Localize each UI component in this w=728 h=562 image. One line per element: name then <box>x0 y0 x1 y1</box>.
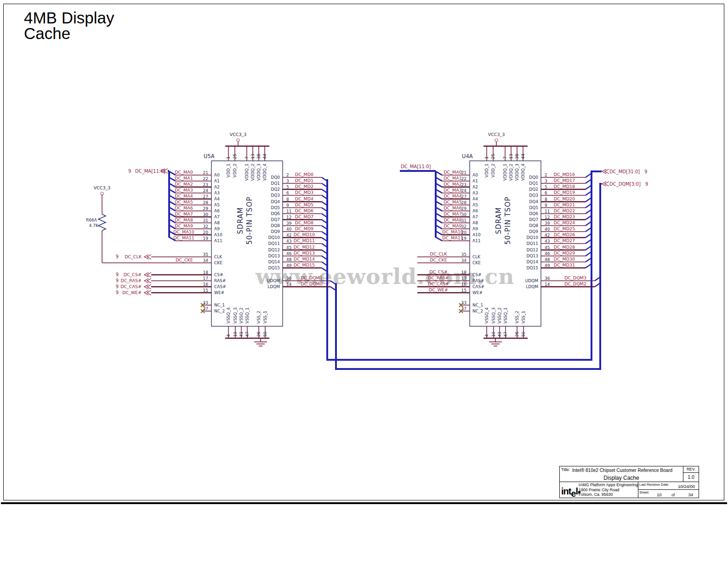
pin-name: DQ7 <box>271 217 280 222</box>
net-label: DC_CKE <box>176 257 193 262</box>
pin-number: 50 <box>263 331 267 337</box>
pin-name: WE# <box>214 290 224 295</box>
pin-name: VSSQ_2 <box>497 307 502 324</box>
resistor-value: 4.7K <box>89 223 99 228</box>
pin-number: 15 <box>461 288 466 293</box>
chip-refdes: U4A <box>462 153 473 159</box>
pin-name: A7 <box>472 215 478 219</box>
vcc-symbol <box>495 139 498 142</box>
off-page-connector-icon <box>602 182 609 186</box>
net-label: DC_MA9 <box>175 223 193 228</box>
intel-logo: intel <box>561 486 580 497</box>
pin-name: DQ12 <box>268 248 280 252</box>
pin-name: DQ13 <box>268 254 280 258</box>
chip-refdes: U5A <box>204 153 215 159</box>
pin-name: VDDQ_1 <box>245 164 249 181</box>
sheet-name: Display Cache <box>560 475 683 481</box>
pin-number: 12 <box>286 215 291 220</box>
pin-number: 29 <box>203 206 209 211</box>
net-label: DC_MD27 <box>554 238 575 243</box>
pin-name: NC_1 <box>214 303 225 307</box>
rev-value: 1.0 <box>683 473 699 480</box>
pin-number: 4 <box>484 334 489 337</box>
pin-name: A5 <box>472 203 478 207</box>
pin-name: VSS_1 <box>263 311 267 324</box>
net-label: DC_CLK <box>430 251 448 256</box>
pin-name: DQ1 <box>271 181 280 186</box>
logo-part2: e <box>571 488 575 499</box>
bus-entry <box>436 231 442 235</box>
pin-number: 45 <box>545 245 550 250</box>
vcc-symbol <box>101 192 103 195</box>
frame-tick <box>721 250 724 254</box>
pin-number: 2 <box>545 173 547 177</box>
pin-name: VDDQ_3 <box>515 164 519 181</box>
sheet-of-label: of <box>671 493 675 497</box>
pin-number: 28 <box>461 200 467 205</box>
net-label: DC_CAS# <box>428 281 449 286</box>
net-label: DC_MD16 <box>554 172 575 177</box>
pin-number: 26 <box>515 331 519 337</box>
pin-name: DQ5 <box>271 205 280 210</box>
pin-number: 42 <box>545 233 550 238</box>
pin-name: CKE <box>214 261 222 265</box>
pin-name: A3 <box>214 191 220 195</box>
net-label: DC_MA8 <box>175 217 193 222</box>
org-line1: IAMG Platform Apps Engineering <box>579 483 638 488</box>
pin-name: UDQM <box>267 278 280 283</box>
pin-name: A5 <box>214 203 220 207</box>
frame-tick <box>361 497 366 500</box>
pin-name: NC_2 <box>214 309 225 313</box>
net-label: DC_MD3 <box>295 190 313 195</box>
net-label: DC_MD18 <box>554 184 575 189</box>
pin-name: A10 <box>472 233 481 237</box>
net-label: DC_MA0 <box>444 170 461 175</box>
pin-number: 17 <box>203 276 208 281</box>
pin-name: DQ2 <box>271 187 280 192</box>
pin-name: VSSQ_1 <box>245 307 250 324</box>
pin-number: 23 <box>203 182 208 187</box>
net-label: DC_DQM3 <box>564 275 586 280</box>
net-label: DC_MD14 <box>294 256 315 261</box>
off-page-connector-icon <box>144 272 151 277</box>
pin-number: 18 <box>461 270 467 275</box>
pin-number: 48 <box>286 257 292 262</box>
page-ref: 9 <box>128 169 131 174</box>
pin-number: 43 <box>286 239 291 244</box>
net-label: DC_MD22 <box>554 208 575 213</box>
pin-name: NC_2 <box>472 309 483 313</box>
pin-name: DQ9 <box>529 229 538 234</box>
pin-number: 5 <box>545 185 547 189</box>
meta-cell: Last Revision Date: 10/24/00 Sheet: 10 o… <box>638 482 699 498</box>
page-ref: 9 <box>116 284 119 289</box>
chip-part-name: SDRAM <box>495 207 503 234</box>
pin-number: 22 <box>461 176 466 181</box>
pin-number: 28 <box>203 200 209 205</box>
net-label: DC_MD1 <box>295 178 313 183</box>
bus-entry <box>436 171 442 175</box>
resistor-symbol <box>98 214 106 231</box>
pin-name: DQ3 <box>271 193 280 198</box>
net-label: DC_MD8 <box>295 220 313 225</box>
net-label: DC_DQM1 <box>301 275 323 280</box>
pin-name: NC_1 <box>472 303 483 307</box>
net-label: DC_MA0 <box>175 170 193 175</box>
net-label: DC_MA1 <box>175 176 193 181</box>
pin-name: A4 <box>214 197 220 201</box>
pin-name: DQ13 <box>527 254 538 258</box>
logo-part1: int <box>561 486 571 496</box>
org-cell: intel IAMG Platform Apps Engineering 190… <box>560 482 638 498</box>
pin-number: 37 <box>461 307 466 311</box>
pin-name: VDDQ_4 <box>521 164 525 181</box>
pin-name: UDQM <box>525 278 538 283</box>
pin-name: WE# <box>472 290 483 295</box>
net-label: DC_MA7 <box>444 211 461 216</box>
pin-name: DQ6 <box>529 211 538 216</box>
title-block-top: Title: Intel® 810e2 Chipset Customer Ref… <box>560 466 699 482</box>
net-label: DC_MD2 <box>295 184 313 189</box>
pin-number: 31 <box>203 218 208 223</box>
chip-part-name: SDRAM <box>236 207 245 234</box>
pin-number: 35 <box>461 252 466 257</box>
sheet-title: 4MB Display Cache <box>24 10 114 41</box>
pin-number: 42 <box>286 233 291 238</box>
